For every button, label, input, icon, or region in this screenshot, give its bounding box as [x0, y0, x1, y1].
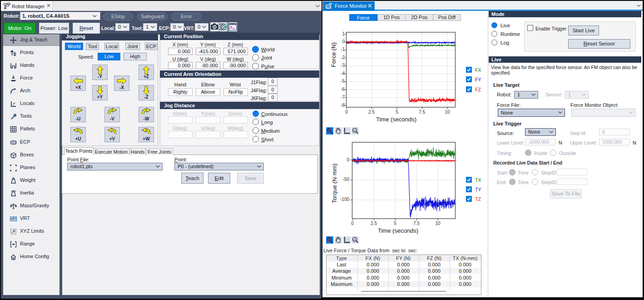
- svg-text:VRT: VRT: [10, 217, 16, 220]
- svg-text:x1: x1: [353, 238, 356, 241]
- svg-text:x1: x1: [353, 129, 356, 132]
